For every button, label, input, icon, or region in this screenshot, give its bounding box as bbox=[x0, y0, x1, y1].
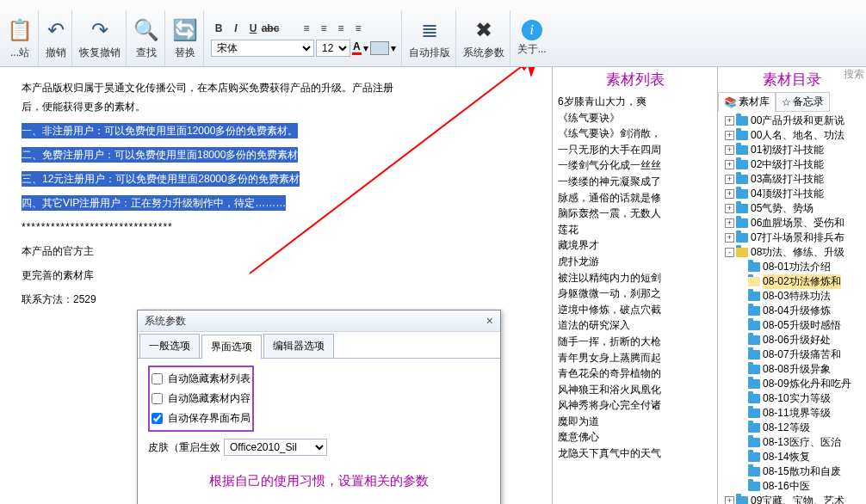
tree-item[interactable]: 08-06升级好处 bbox=[718, 333, 866, 347]
tree-item[interactable]: +03高级打斗技能 bbox=[718, 172, 866, 187]
tree-item[interactable]: 08-02功法修炼和 bbox=[718, 274, 866, 289]
list-item[interactable]: 《练气要诀》剑消散， bbox=[558, 126, 712, 142]
editor-line: 更完善的素材库 bbox=[22, 265, 530, 286]
redo-button[interactable]: ↷恢复撤销 bbox=[74, 10, 127, 66]
list-item[interactable]: 风神秀将身心完全付诸 bbox=[558, 397, 712, 414]
find-button[interactable]: 🔍查找 bbox=[128, 10, 165, 66]
strike-button[interactable]: abc bbox=[263, 21, 278, 36]
list-item[interactable]: 道法的研究深入 bbox=[558, 317, 712, 334]
list-item[interactable]: 被注以精纯内力的短剑 bbox=[558, 270, 712, 286]
search-hint[interactable]: 搜索 bbox=[844, 67, 864, 82]
tree-item[interactable]: 08-12等级 bbox=[718, 421, 866, 435]
highlight-color-button[interactable] bbox=[370, 41, 389, 55]
main-area: 本产品版权归属于昊通文化传播公司，在本店购买免费获得产品的升级。产品注册 后，便… bbox=[0, 67, 866, 504]
editor-line: 四、其它VIP注册用户：正在努力升级制作中，待定……… bbox=[22, 195, 286, 211]
tree-item[interactable]: +05气势、势场 bbox=[718, 201, 866, 216]
fontsize-select[interactable]: 12 bbox=[316, 40, 350, 57]
tree-item[interactable]: 08-14恢复 bbox=[718, 450, 866, 464]
material-list-pane: 素材列表 6岁膝青山大力，爽《练气要诀》《练气要诀》剑消散，一只无形的大手在四周… bbox=[553, 67, 718, 504]
tree-item[interactable]: +07打斗场景和排兵布 bbox=[718, 230, 866, 245]
list-item[interactable]: 一缕缕的神元凝聚成了 bbox=[558, 174, 712, 190]
list-item[interactable]: 一只无形的大手在四周 bbox=[558, 142, 712, 158]
dialog-help-text: 根据自己的使用习惯，设置相关的参数 bbox=[148, 473, 490, 489]
tree-item[interactable]: +02中级打斗技能 bbox=[718, 157, 866, 172]
replace-button[interactable]: 🔄替换 bbox=[167, 10, 204, 66]
list-item[interactable]: 魔即为道 bbox=[558, 414, 712, 430]
tree-item[interactable]: +01初级打斗技能 bbox=[718, 143, 866, 157]
tree-item[interactable]: 08-16中医 bbox=[718, 479, 866, 494]
underline-button[interactable]: U bbox=[245, 21, 261, 36]
tree-item[interactable]: 08-11境界等级 bbox=[718, 406, 866, 421]
dialog-tabs: 一般选项 界面选项 编辑器选项 bbox=[138, 334, 500, 359]
skin-select[interactable]: Office2010_Sil bbox=[224, 439, 327, 456]
tree-item[interactable]: +04顶级打斗技能 bbox=[718, 187, 866, 201]
list-item[interactable]: 青色花朵的奇异植物的 bbox=[558, 366, 712, 382]
bold-button[interactable]: B bbox=[211, 21, 226, 36]
editor-line: 二、免费注册用户：可以免费使用里面18000多份的免费素材 bbox=[22, 147, 298, 163]
auto-layout-button[interactable]: ≣自动排版 bbox=[404, 10, 456, 66]
tree-item[interactable]: +00人名、地名、功法 bbox=[718, 128, 866, 143]
list-item[interactable]: 藏境界才 bbox=[558, 237, 712, 254]
tree-item[interactable]: 08-04升级修炼 bbox=[718, 304, 866, 318]
tab-memo[interactable]: ☆ 备忘录 bbox=[776, 92, 830, 112]
system-params-button[interactable]: ✖系统参数 bbox=[458, 10, 510, 66]
list-item[interactable]: 随手一挥，折断的大枪 bbox=[558, 334, 712, 350]
tree-item[interactable]: +06血腥场景、受伤和 bbox=[718, 216, 866, 230]
list-item[interactable]: 脉感，通俗的话就是修 bbox=[558, 190, 712, 206]
list-item[interactable]: 莲花 bbox=[558, 222, 712, 238]
align-left-button[interactable]: ≡ bbox=[299, 21, 314, 36]
editor-line: 本产品版权归属于昊通文化传播公司，在本店购买免费获得产品的升级。产品注册 bbox=[22, 82, 393, 94]
font-color-button[interactable]: A bbox=[352, 40, 362, 55]
list-item[interactable]: 魔意佛心 bbox=[558, 429, 712, 446]
paste-button[interactable]: 📋...站 bbox=[2, 10, 39, 66]
tab-ui[interactable]: 界面选项 bbox=[201, 335, 262, 359]
dialog-title-text: 系统参数 bbox=[145, 314, 186, 329]
dialog-body: 自动隐藏素材列表 自动隐藏素材内容 自动保存界面布局 皮肤（重启生效 Offic… bbox=[138, 359, 500, 496]
list-item[interactable]: 6岁膝青山大力，爽 bbox=[558, 94, 712, 110]
tree-item[interactable]: 08-08升级异象 bbox=[718, 362, 866, 377]
editor-line: ******************************* bbox=[22, 217, 530, 237]
material-tree[interactable]: +00产品升级和更新说+00人名、地名、功法+01初级打斗技能+02中级打斗技能… bbox=[718, 112, 866, 504]
tab-library[interactable]: 📚 素材库 bbox=[718, 92, 776, 112]
list-item[interactable]: 风神狼王和浴火凤凰化 bbox=[558, 382, 712, 398]
tab-general[interactable]: 一般选项 bbox=[139, 334, 200, 358]
checkbox-highlight: 自动隐藏素材列表 自动隐藏素材内容 自动保存界面布局 bbox=[148, 366, 254, 432]
about-button[interactable]: i关于... bbox=[512, 10, 552, 66]
undo-button[interactable]: ↶撤销 bbox=[40, 10, 72, 66]
tree-item[interactable]: 08-10实力等级 bbox=[718, 391, 866, 406]
tree-item[interactable]: 08-13医疗、医治 bbox=[718, 435, 866, 450]
list-item[interactable]: 龙隐天下真气中的天气 bbox=[558, 446, 712, 462]
tree-item[interactable]: +09宝藏、宝物、艺术 bbox=[718, 494, 866, 504]
material-list-title: 素材列表 bbox=[553, 67, 717, 92]
align-center-button[interactable]: ≡ bbox=[316, 21, 331, 36]
italic-button[interactable]: I bbox=[228, 21, 244, 36]
tree-item[interactable]: 08-05升级时感悟 bbox=[718, 318, 866, 333]
tree-item[interactable]: 08-07升级痛苦和 bbox=[718, 347, 866, 362]
tree-item[interactable]: +00产品升级和更新说 bbox=[718, 114, 866, 128]
align-justify-button[interactable]: ≡ bbox=[350, 21, 366, 36]
list-item[interactable]: 身躯微微一动，刹那之 bbox=[558, 286, 712, 302]
material-list[interactable]: 6岁膝青山大力，爽《练气要诀》《练气要诀》剑消散，一只无形的大手在四周一缕剑气分… bbox=[553, 92, 717, 504]
list-item[interactable]: 脑际轰然一震，无数人 bbox=[558, 206, 712, 222]
editor-content[interactable]: 本产品版权归属于昊通文化传播公司，在本店购买免费获得产品的升级。产品注册 后，便… bbox=[0, 67, 552, 320]
tree-item[interactable]: 08-09炼化丹和吃丹 bbox=[718, 377, 866, 391]
list-item[interactable]: 青年男女身上蒸腾而起 bbox=[558, 350, 712, 366]
list-item[interactable]: 逆境中修炼，破点穴截 bbox=[558, 302, 712, 318]
chk-hide-list[interactable] bbox=[152, 373, 163, 384]
list-item[interactable]: 《练气要诀》 bbox=[558, 110, 712, 126]
tree-item[interactable]: 08-03特殊功法 bbox=[718, 289, 866, 304]
font-select[interactable]: 宋体 bbox=[211, 40, 314, 57]
system-params-dialog: 系统参数 × 一般选项 界面选项 编辑器选项 自动隐藏素材列表 自动隐藏素材内容… bbox=[137, 310, 501, 504]
tab-editor[interactable]: 编辑器选项 bbox=[263, 334, 334, 358]
tree-item[interactable]: 08-15散功和自废 bbox=[718, 464, 866, 479]
dialog-close-button[interactable]: × bbox=[486, 314, 493, 328]
tree-item[interactable]: -08功法、修练、升级 bbox=[718, 245, 866, 260]
toolbar: 📋...站 ↶撤销 ↷恢复撤销 🔍查找 🔄替换 B I U abc ≡ ≡ ≡ … bbox=[0, 0, 866, 67]
list-item[interactable]: 一缕剑气分化成一丝丝 bbox=[558, 157, 712, 174]
tree-item[interactable]: 08-01功法介绍 bbox=[718, 260, 866, 274]
chk-hide-content[interactable] bbox=[152, 393, 163, 404]
list-item[interactable]: 虎扑龙游 bbox=[558, 254, 712, 270]
dialog-titlebar[interactable]: 系统参数 × bbox=[138, 310, 500, 332]
chk-save-layout[interactable] bbox=[152, 413, 163, 424]
align-right-button[interactable]: ≡ bbox=[333, 21, 349, 36]
